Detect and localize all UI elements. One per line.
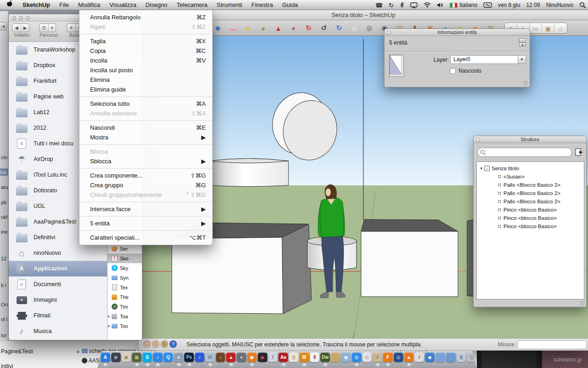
menu-item-annulla-selezione[interactable]: Annulla selezione ⇧⌘A: [79, 109, 212, 118]
dock-aperture-icon[interactable]: ◉: [247, 352, 257, 362]
move-tool[interactable]: +: [288, 22, 299, 34]
menubar-date[interactable]: ven 8 giu: [498, 2, 520, 8]
menu-item-interseca-facce[interactable]: Interseca facce ▶: [79, 204, 212, 214]
dock-dvd-icon[interactable]: ◎: [362, 352, 372, 362]
zoom-tool[interactable]: ◎: [364, 22, 375, 34]
menu-item-incolla[interactable]: Incolla ⌘V: [79, 56, 212, 65]
minimize-button[interactable]: [19, 16, 23, 20]
back-icon[interactable]: ◀: [12, 24, 21, 32]
dropdown-arrow-icon[interactable]: ▼: [518, 56, 526, 63]
material-swatch[interactable]: [389, 55, 404, 77]
fragment-pb[interactable]: pb: [1, 199, 8, 206]
dock-dreamweaver-icon[interactable]: Dw: [320, 352, 330, 362]
outliner-item-pallo-2[interactable]: Pallo <Blocco Basico 2>: [477, 189, 584, 197]
help-icon[interactable]: ?: [170, 340, 177, 348]
app-row-syn[interactable]: Syn: [107, 273, 142, 282]
panel-close-button[interactable]: [476, 138, 480, 142]
wifi-icon[interactable]: [424, 2, 431, 8]
menu-item-crea-gruppo[interactable]: Crea gruppo ⌘G: [79, 180, 212, 190]
disclosure-triangle-icon[interactable]: ▼: [480, 167, 484, 171]
outliner-item-susan[interactable]: <Susan>: [477, 172, 584, 181]
fragment-orc[interactable]: Orc: [1, 301, 8, 308]
menubar-item-file[interactable]: File: [55, 0, 74, 10]
dock-firefox-icon[interactable]: F: [383, 352, 393, 362]
app-row-toa[interactable]: Toa: [107, 311, 142, 321]
view-top-button[interactable]: ▭: [530, 23, 542, 34]
menu-separator[interactable]: [79, 168, 212, 169]
outliner-item-pallo-3[interactable]: Pallo <Blocco Basico 2>: [477, 197, 584, 206]
dock-writer-icon[interactable]: W: [300, 352, 309, 362]
app-row-sketchup[interactable]: Ske: [107, 253, 142, 263]
app-row-too[interactable]: Too: [107, 321, 142, 331]
menubar-item-strumenti[interactable]: Strumenti: [212, 0, 247, 10]
resize-grip[interactable]: [524, 81, 528, 86]
fragment-iva[interactable]: iva: [0, 168, 8, 176]
fragment-nkf[interactable]: nkf: [1, 213, 8, 221]
modem-icon[interactable]: ☎: [375, 2, 383, 9]
fragment-ol-l[interactable]: ol l: [1, 316, 8, 323]
menu-item-5-entita[interactable]: 5 entità ▶: [79, 218, 212, 228]
dock-garageband-icon[interactable]: ♪: [216, 352, 226, 362]
dock-itunes-icon[interactable]: ♪: [153, 352, 163, 362]
menu-item-blocca[interactable]: Blocca: [79, 147, 212, 156]
user-switch-icon[interactable]: [483, 2, 492, 8]
zoom-button[interactable]: [26, 16, 30, 20]
app-row-skype[interactable]: Sky: [107, 263, 142, 273]
menu-item-incolla-sul-posto[interactable]: Incolla sul posto: [79, 65, 212, 75]
pan-tool[interactable]: ▣: [349, 22, 360, 34]
dock-app-store-icon[interactable]: A: [101, 352, 110, 362]
info-icon[interactable]: i: [152, 340, 159, 348]
menu-item-taglia[interactable]: Taglia ⌘X: [79, 36, 212, 46]
dock-gear-icon[interactable]: ●: [237, 352, 246, 362]
cylinder-standing[interactable]: [209, 159, 288, 187]
menu-separator[interactable]: [79, 216, 212, 217]
menu-item-ripeti[interactable]: Ripeti ⇧⌘Z: [79, 22, 212, 32]
menu-item-chiudi-gruppo[interactable]: Chiudi gruppo/componente ⌃⇧⌘G: [79, 190, 212, 200]
menu-separator[interactable]: [79, 120, 212, 121]
outliner-item-pinco-2[interactable]: Pinco <blocco Basico>: [477, 214, 584, 222]
menu-separator[interactable]: [79, 201, 212, 202]
rotate-tool[interactable]: ↻: [303, 22, 314, 34]
dock-dictionary-icon[interactable]: Aa: [278, 352, 288, 362]
dock-timemachine-icon[interactable]: ◎: [394, 352, 403, 362]
forward-icon[interactable]: ▶: [21, 24, 29, 32]
display-icon[interactable]: [410, 2, 418, 8]
sidebar-item-immagini[interactable]: Immagini: [9, 292, 107, 308]
panel-collapse-widget[interactable]: −▲: [519, 38, 526, 47]
outliner-root-row[interactable]: ▼ Senza titolo: [477, 164, 584, 172]
measurements-input[interactable]: [517, 340, 587, 349]
dock-acrobat-icon[interactable]: ▲: [226, 352, 236, 362]
fragment-ana[interactable]: ana: [1, 184, 8, 191]
dock-vlc-icon[interactable]: ▲: [404, 352, 414, 362]
menu-item-seleziona-tutto[interactable]: Seleziona tutto ⌘A: [79, 99, 212, 109]
dock-stack-icon[interactable]: ≣: [457, 352, 466, 362]
hidden-checkbox[interactable]: [450, 68, 456, 74]
fragment-cin[interactable]: cin: [1, 154, 8, 161]
credits-icon[interactable]: ©: [161, 340, 168, 348]
volume-icon[interactable]: [437, 2, 444, 8]
path-button[interactable]: ☰▾: [39, 23, 56, 32]
tape-measure-tool[interactable]: ●: [243, 22, 254, 34]
menu-item-crea-componente[interactable]: Crea componente... ⇧⌘G: [79, 171, 212, 180]
sync-icon[interactable]: ↻: [389, 2, 394, 9]
menubar-item-guida[interactable]: Guida: [277, 0, 303, 10]
fragment-12[interactable]: 12: [1, 255, 8, 262]
input-language-item[interactable]: Italiano: [450, 2, 477, 8]
apple-menu[interactable]: [0, 0, 18, 10]
sidebar-item-applicazioni[interactable]: Applicazioni: [9, 261, 107, 276]
menubar-item-modifica[interactable]: Modifica: [74, 0, 105, 10]
box-right[interactable]: [361, 219, 458, 297]
dock-camera-icon[interactable]: ◉: [258, 352, 267, 362]
outliner-filter-button[interactable]: [574, 147, 583, 157]
app-row-the[interactable]: The: [107, 292, 142, 302]
paint-bucket-tool[interactable]: ●: [258, 22, 269, 34]
menu-item-nascondi[interactable]: Nascondi ⌘E: [79, 123, 212, 132]
dock-safari-icon[interactable]: ◎: [352, 352, 362, 362]
menu-separator[interactable]: [79, 96, 212, 97]
dock-pages-icon[interactable]: /: [268, 352, 278, 362]
fragment-ine[interactable]: ine: [1, 228, 8, 236]
resize-grip[interactable]: [580, 301, 585, 305]
menu-separator[interactable]: [79, 144, 212, 145]
menubar-item-telecamera[interactable]: Telecamera: [172, 0, 212, 10]
app-row-ser2[interactable]: Ser: [107, 244, 142, 253]
